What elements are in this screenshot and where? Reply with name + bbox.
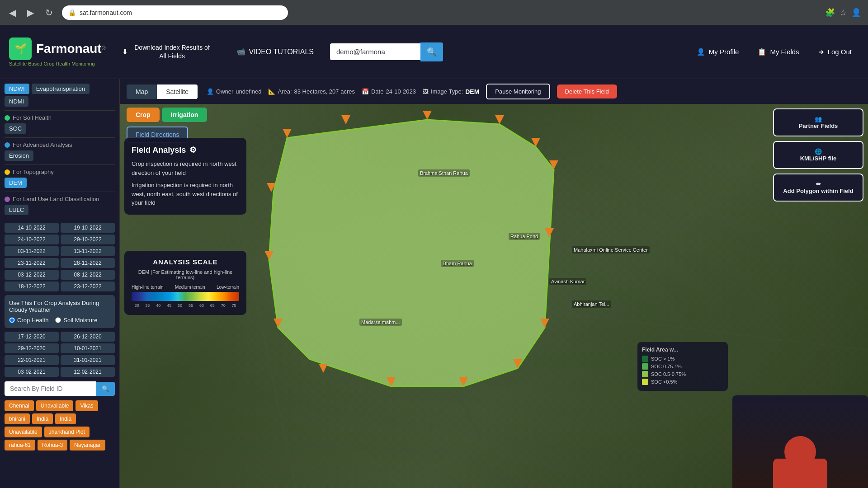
partner-icon: 👥 <box>778 116 858 122</box>
date-tag[interactable]: 26-12-2020 <box>61 332 115 342</box>
field-id-search-button[interactable]: 🔍 <box>96 382 115 396</box>
field-chips-container: Chennai Unavailable Vikas bhirani India … <box>5 400 115 450</box>
date-tag[interactable]: 22-01-2021 <box>5 355 59 365</box>
satellite-view-button[interactable]: Satellite <box>157 84 198 99</box>
cloudy-title: Use This For Crop Analysis During Cloudy… <box>9 300 110 313</box>
delete-field-button[interactable]: Delete This Field <box>557 84 617 99</box>
evapotranspiration-tag[interactable]: Evapotranspiration <box>32 84 90 94</box>
profile-button[interactable]: 👤 <box>851 8 861 18</box>
field-chip[interactable]: Jharkhand Plot <box>44 427 90 437</box>
crop-tab-button[interactable]: Crop <box>127 108 160 122</box>
legend-title: Field Area w... <box>642 347 723 353</box>
date-tag[interactable]: 23-12-2022 <box>61 282 115 291</box>
url-input[interactable]: 🔒 sat.farmonaut.com <box>62 5 288 20</box>
date-tag[interactable]: 31-01-2021 <box>61 355 115 365</box>
date-tag[interactable]: 17-12-2020 <box>5 332 59 342</box>
video-overlay[interactable] <box>732 395 868 488</box>
date-tag[interactable]: 12-02-2021 <box>61 367 115 377</box>
map-tabs: Crop Irrigation <box>120 104 214 126</box>
field-chip[interactable]: Rohua-3 <box>38 440 67 450</box>
kml-icon: 🌐 <box>778 148 858 155</box>
svg-marker-4 <box>283 129 292 138</box>
date-tag[interactable]: 14-10-2022 <box>5 223 59 233</box>
logout-button[interactable]: ➜ Log Out <box>811 44 859 60</box>
extensions-button[interactable]: 🧩 <box>825 8 835 18</box>
field-chip[interactable]: India <box>32 413 53 424</box>
map-top-bar: Map Satellite 👤 Owner undefined 📐 Area: … <box>120 79 868 104</box>
date-tag[interactable]: 24-10-2022 <box>5 235 59 244</box>
field-chip[interactable]: rahua-61 <box>5 440 35 450</box>
area-icon: 📐 <box>268 88 275 95</box>
back-button[interactable]: ◀ <box>7 5 18 20</box>
low-terrain-label: Low-terrain <box>217 285 239 290</box>
ndmi-tag[interactable]: NDMI <box>5 96 28 107</box>
date-tag[interactable]: 23-11-2022 <box>5 258 59 268</box>
add-polygon-button[interactable]: ✏ Add Polygon within Field <box>773 174 863 202</box>
field-chip[interactable]: bhirani <box>5 413 30 424</box>
owner-info: 👤 Owner undefined <box>207 88 261 95</box>
soil-moisture-radio[interactable]: Soil Moisture <box>55 317 97 324</box>
date-tag[interactable]: 19-10-2022 <box>61 223 115 233</box>
scale-numbers: 30 35 40 45 50 55 60 65 70 75 <box>132 303 239 308</box>
legend-item: SOC 0.5-0.75% <box>642 371 723 377</box>
kml-shp-button[interactable]: 🌐 KML/SHP file <box>773 141 863 169</box>
svg-marker-5 <box>341 115 350 124</box>
date-tag[interactable]: 03-02-2021 <box>5 367 59 377</box>
field-chip[interactable]: Vikas <box>75 400 98 411</box>
date-tag[interactable]: 08-12-2022 <box>61 270 115 280</box>
lulc-tag[interactable]: LULC <box>5 205 28 215</box>
map-view-button[interactable]: Map <box>127 84 157 99</box>
field-chip[interactable]: India <box>55 413 76 424</box>
field-chip[interactable]: Chennai <box>5 400 34 411</box>
soil-health-label: For Soil Health <box>5 114 115 121</box>
settings-icon[interactable]: ⚙ <box>189 145 197 155</box>
forward-button[interactable]: ▶ <box>25 5 36 20</box>
topography-label: For Topography <box>5 169 115 175</box>
ndwi-tag[interactable]: NDWI <box>5 84 29 94</box>
date-tag[interactable]: 03-12-2022 <box>5 270 59 280</box>
map-info-bar: 👤 Owner undefined 📐 Area: 83 Hectares, 2… <box>207 84 617 99</box>
my-fields-button[interactable]: 📋 My Fields <box>750 44 806 60</box>
date-tag[interactable]: 13-11-2022 <box>61 246 115 256</box>
sidebar: NDWI Evapotranspiration NDMI For Soil He… <box>0 79 120 488</box>
reload-button[interactable]: ↻ <box>43 5 55 20</box>
crop-health-radio[interactable]: Crop Health <box>9 317 48 324</box>
field-id-search-input[interactable] <box>5 381 96 396</box>
analysis-scale-box: ANALYSIS SCALE DEM (For Estimating low-l… <box>124 251 246 315</box>
soc-tag[interactable]: SOC <box>5 123 26 134</box>
legend-item: SOC > 1% <box>642 356 723 362</box>
date-tag[interactable]: 28-11-2022 <box>61 258 115 268</box>
pause-monitoring-button[interactable]: Pause Monitoring <box>486 84 550 99</box>
download-button[interactable]: ⬇ Download Index Results of All Fields <box>115 40 220 63</box>
field-chip[interactable]: Nayanagar <box>70 440 105 450</box>
add-polygon-label: Add Polygon within Field <box>783 188 853 194</box>
date-tag[interactable]: 10-01-2021 <box>61 343 115 353</box>
partner-fields-label: Partner Fields <box>799 122 838 129</box>
bookmark-button[interactable]: ☆ <box>840 8 847 18</box>
legend-color-3 <box>642 371 648 377</box>
field-chip[interactable]: Unavailable <box>36 400 74 411</box>
video-icon: 📹 <box>236 47 245 56</box>
scale-terrain-labels: High-line terrain Medium terrain Low-ter… <box>132 285 239 290</box>
dem-tag[interactable]: DEM <box>5 178 27 188</box>
date-tag[interactable]: 18-12-2022 <box>5 282 59 291</box>
irrigation-tab-button[interactable]: Irrigation <box>162 108 208 122</box>
download-icon: ⬇ <box>122 47 128 56</box>
map-container[interactable]: Map Satellite 👤 Owner undefined 📐 Area: … <box>120 79 868 488</box>
my-profile-button[interactable]: 👤 My Profile <box>689 44 746 60</box>
svg-marker-7 <box>495 115 504 124</box>
main-search-button[interactable]: 🔍 <box>420 42 443 61</box>
date-grid-1: 14-10-2022 19-10-2022 24-10-2022 29-10-2… <box>5 223 115 291</box>
video-tutorials-button[interactable]: 📹 VIDEO TUTORIALS <box>229 44 321 60</box>
logout-icon: ➜ <box>818 48 824 56</box>
date-tag[interactable]: 29-12-2020 <box>5 343 59 353</box>
field-chip[interactable]: Unavailable <box>5 427 42 437</box>
date-tag[interactable]: 29-10-2022 <box>61 235 115 244</box>
partner-fields-button[interactable]: 👥 Partner Fields <box>773 108 863 136</box>
legend-label-4: SOC <0.5% <box>651 379 677 385</box>
analysis-scale-title: ANALYSIS SCALE <box>132 258 239 266</box>
erosion-tag[interactable]: Erosion <box>5 150 33 161</box>
area-info: 📐 Area: 83 Hectares, 207 acres <box>268 88 354 95</box>
main-search-input[interactable] <box>330 43 420 60</box>
date-tag[interactable]: 03-11-2022 <box>5 246 59 256</box>
